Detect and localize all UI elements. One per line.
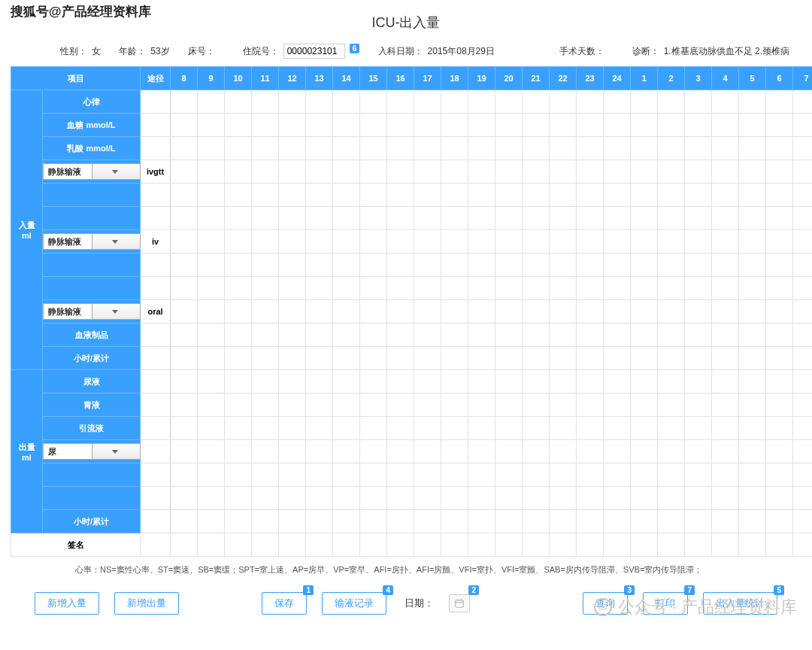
route-select[interactable]: 静脉输液	[43, 303, 141, 320]
data-cell[interactable]	[198, 277, 225, 300]
data-cell[interactable]	[360, 533, 387, 557]
data-cell[interactable]	[360, 440, 387, 463]
data-cell[interactable]	[523, 440, 550, 463]
data-cell[interactable]	[306, 323, 333, 347]
data-cell[interactable]	[495, 230, 523, 254]
data-cell[interactable]	[766, 300, 793, 323]
data-cell[interactable]	[766, 440, 793, 463]
data-cell[interactable]	[523, 533, 550, 557]
data-cell[interactable]	[468, 347, 495, 370]
data-cell[interactable]	[360, 300, 387, 323]
data-cell[interactable]	[198, 254, 225, 277]
data-cell[interactable]	[577, 254, 604, 277]
data-cell[interactable]	[441, 184, 468, 207]
data-cell[interactable]	[333, 487, 360, 510]
data-cell[interactable]	[577, 137, 604, 160]
data-cell[interactable]	[387, 370, 414, 393]
data-cell[interactable]	[441, 277, 468, 300]
data-cell[interactable]	[604, 463, 631, 487]
data-cell[interactable]	[577, 230, 604, 254]
data-cell[interactable]	[468, 487, 495, 510]
data-cell[interactable]	[739, 487, 766, 510]
data-cell[interactable]	[171, 463, 198, 487]
data-cell[interactable]	[712, 417, 739, 440]
data-cell[interactable]	[468, 114, 495, 137]
data-cell[interactable]	[495, 90, 523, 114]
data-cell[interactable]	[658, 487, 685, 510]
data-cell[interactable]	[495, 463, 523, 487]
data-cell[interactable]	[550, 254, 577, 277]
route-select[interactable]: 尿	[43, 443, 141, 460]
data-cell[interactable]	[495, 300, 523, 323]
data-cell[interactable]	[387, 254, 414, 277]
data-cell[interactable]	[685, 300, 712, 323]
data-cell[interactable]	[198, 347, 225, 370]
data-cell[interactable]	[523, 277, 550, 300]
data-cell[interactable]	[766, 137, 793, 160]
data-cell[interactable]	[306, 90, 333, 114]
data-cell[interactable]	[333, 393, 360, 417]
data-cell[interactable]	[739, 160, 766, 184]
data-cell[interactable]	[793, 393, 813, 417]
data-cell[interactable]	[685, 184, 712, 207]
data-cell[interactable]	[198, 463, 225, 487]
data-cell[interactable]	[279, 323, 306, 347]
data-cell[interactable]	[252, 440, 279, 463]
data-cell[interactable]	[766, 370, 793, 393]
add-intake-button[interactable]: 新增入量	[35, 592, 99, 615]
data-cell[interactable]	[360, 393, 387, 417]
data-cell[interactable]	[658, 137, 685, 160]
data-cell[interactable]	[333, 533, 360, 557]
data-cell[interactable]	[604, 347, 631, 370]
data-cell[interactable]	[550, 347, 577, 370]
data-cell[interactable]	[171, 393, 198, 417]
data-cell[interactable]	[766, 510, 793, 533]
data-cell[interactable]	[766, 487, 793, 510]
data-cell[interactable]	[550, 370, 577, 393]
admission-input[interactable]	[283, 44, 345, 59]
data-cell[interactable]	[387, 160, 414, 184]
data-cell[interactable]	[631, 463, 658, 487]
data-cell[interactable]	[712, 463, 739, 487]
data-cell[interactable]	[441, 137, 468, 160]
data-cell[interactable]	[198, 300, 225, 323]
data-cell[interactable]	[550, 440, 577, 463]
data-cell[interactable]	[604, 160, 631, 184]
data-cell[interactable]	[793, 137, 813, 160]
data-cell[interactable]	[712, 114, 739, 137]
data-cell[interactable]	[495, 440, 523, 463]
data-cell[interactable]	[577, 417, 604, 440]
data-cell[interactable]	[360, 510, 387, 533]
data-cell[interactable]	[577, 510, 604, 533]
data-cell[interactable]	[306, 300, 333, 323]
data-cell[interactable]	[577, 393, 604, 417]
data-cell[interactable]	[604, 300, 631, 323]
data-cell[interactable]	[577, 90, 604, 114]
data-cell[interactable]	[739, 90, 766, 114]
data-cell[interactable]	[279, 370, 306, 393]
data-cell[interactable]	[441, 114, 468, 137]
data-cell[interactable]	[550, 184, 577, 207]
data-cell[interactable]	[631, 393, 658, 417]
data-cell[interactable]	[739, 277, 766, 300]
route-select[interactable]: 静脉输液	[43, 233, 141, 250]
data-cell[interactable]	[712, 347, 739, 370]
data-cell[interactable]	[631, 207, 658, 230]
data-cell[interactable]	[414, 277, 441, 300]
data-cell[interactable]	[306, 184, 333, 207]
data-cell[interactable]	[414, 160, 441, 184]
data-cell[interactable]	[414, 370, 441, 393]
data-cell[interactable]	[306, 510, 333, 533]
data-cell[interactable]	[523, 160, 550, 184]
data-cell[interactable]	[360, 370, 387, 393]
data-cell[interactable]	[279, 347, 306, 370]
data-cell[interactable]	[739, 510, 766, 533]
data-cell[interactable]	[225, 90, 252, 114]
data-cell[interactable]	[225, 114, 252, 137]
data-cell[interactable]	[333, 207, 360, 230]
data-cell[interactable]	[414, 184, 441, 207]
data-cell[interactable]	[387, 300, 414, 323]
data-cell[interactable]	[658, 440, 685, 463]
data-cell[interactable]	[468, 254, 495, 277]
data-cell[interactable]	[739, 230, 766, 254]
